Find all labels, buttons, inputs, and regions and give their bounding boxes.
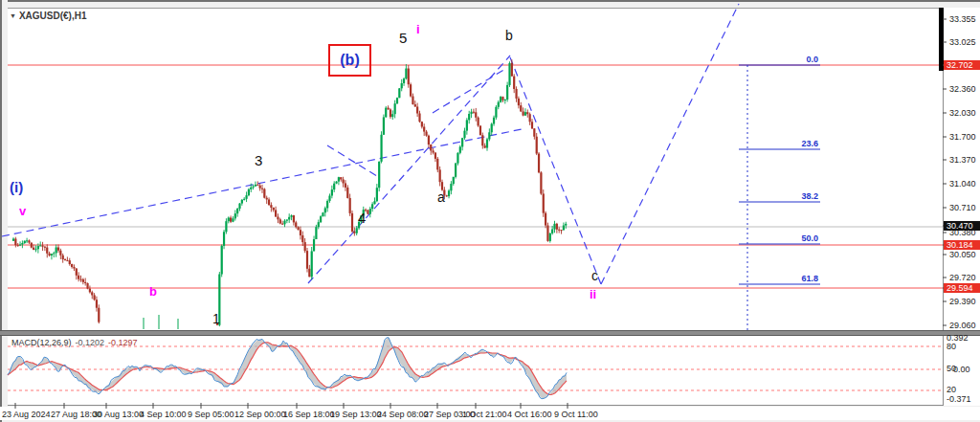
price-axis-label: 30.050 [949, 250, 976, 259]
symbol-bar: ▼XAGUSD(€),H1 [8, 11, 87, 21]
time-axis-label: 12 Sep 00:00 [234, 410, 286, 419]
panel-splitter[interactable] [0, 330, 980, 336]
symbol-label: XAGUSD(€),H1 [19, 11, 87, 21]
price-axis-label: 29.390 [949, 297, 976, 306]
wave-label-b[interactable]: b [505, 29, 513, 42]
price-axis-label: 31.040 [949, 179, 976, 189]
macd-scale-label: 0.00 [953, 365, 970, 374]
price-axis-label: 29.720 [949, 273, 976, 282]
macd-indicator-label: MACD(12,26,9)-0.1202-0.1297 [11, 338, 138, 347]
price-axis-label: 30.710 [949, 203, 976, 212]
price-axis-label: 33.355 [949, 14, 976, 24]
time-axis-label: 23 Aug 2024 [2, 410, 51, 419]
wave-label-i[interactable]: i [416, 23, 420, 35]
price-axis-label: 32.360 [949, 84, 976, 94]
time-axis-label: 24 Sep 08:00 [377, 410, 429, 419]
price-axis-label: 31.700 [949, 132, 976, 142]
price-axis-label: 29.594 [944, 283, 980, 293]
macd-scale-label: 20 [947, 385, 956, 394]
wave-label-v[interactable]: v [19, 205, 26, 217]
macd-signal-value: -0.1297 [108, 338, 138, 347]
macd-scale-label: 80 [947, 342, 956, 351]
price-axis-label: 32.702 [944, 60, 980, 70]
fib-label: 50.0 [734, 233, 818, 243]
wave-label-ii[interactable]: ii [590, 288, 596, 300]
macd-name: MACD(12,26,9) [11, 338, 72, 347]
price-axis-label: 33.025 [949, 37, 976, 47]
symbol-dropdown-icon[interactable]: ▼ [10, 12, 16, 19]
time-axis-label: 16 Sep 18:00 [283, 410, 335, 419]
wave-label-a[interactable]: a [437, 190, 445, 204]
window-frame-left [0, 0, 8, 422]
macd-value: -0.1202 [76, 338, 105, 347]
fib-label: 38.2 [734, 191, 818, 201]
time-axis-label: 30 Aug 13:00 [93, 410, 144, 419]
wave-label-i[interactable]: (i) [10, 180, 23, 194]
macd-scale-label: -0.371 [947, 394, 971, 404]
wave-label-4[interactable]: 4 [358, 211, 366, 225]
time-axis-label: 4 Sep 10:00 [140, 410, 187, 419]
time-axis-label: 9 Oct 11:00 [554, 410, 598, 419]
time-axis-label: 9 Sep 05:00 [188, 410, 234, 419]
window-frame-top [0, 0, 980, 8]
fib-label: 0.0 [734, 55, 818, 64]
wave-label-c[interactable]: c [591, 269, 598, 282]
price-axis-label: 31.370 [949, 155, 976, 165]
wave-label-5[interactable]: 5 [399, 31, 407, 45]
trading-chart-window: { "window": { "symbol": "XAGUSD(€),H1" }… [0, 0, 980, 422]
macd-indicator-panel[interactable] [8, 336, 943, 406]
wave-b-box[interactable]: (b) [328, 44, 371, 77]
time-axis-label: 4 Oct 16:00 [507, 410, 552, 419]
price-axis-label: 29.060 [949, 321, 976, 330]
fib-label: 61.8 [734, 274, 818, 283]
time-axis-label: 19 Sep 13:00 [330, 410, 382, 419]
price-axis-label: 30.184 [944, 240, 980, 250]
wave-label-b[interactable]: b [149, 285, 157, 298]
price-axis-label: 30.380 [949, 228, 976, 237]
price-axis-label: 32.030 [949, 108, 976, 118]
time-axis-label: 1 Oct 21:00 [462, 410, 507, 419]
fib-label: 23.6 [734, 139, 818, 148]
wave-label-1[interactable]: 1 [212, 312, 220, 325]
wave-label-3[interactable]: 3 [255, 153, 262, 167]
